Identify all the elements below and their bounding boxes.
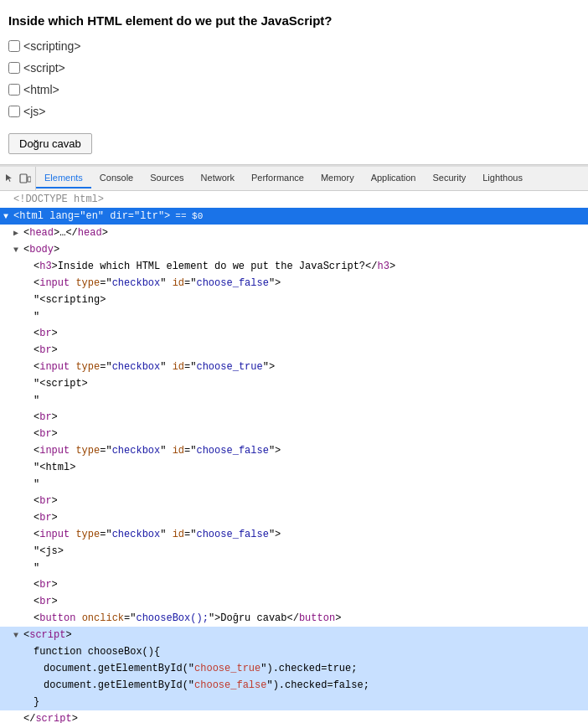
inspect-icon[interactable]	[3, 172, 17, 185]
get-true-line: document.getElementById("choose_true").c…	[0, 660, 588, 677]
tab-network[interactable]: Network	[193, 168, 243, 188]
checkbox-js[interactable]	[8, 106, 20, 117]
input-choose-false-3: <input type="checkbox" id="choose_false"…	[0, 526, 588, 543]
button-line: <button onclick="chooseBox();">Doğru cav…	[0, 610, 588, 627]
head-tag-line[interactable]: <head>…</head>	[0, 225, 588, 241]
body-open-line[interactable]: <body>	[0, 241, 588, 258]
triangle-head[interactable]	[13, 227, 23, 240]
svg-rect-0	[20, 174, 27, 183]
doctype-line: <!DOCTYPE html>	[0, 191, 588, 208]
br-4: <br>	[0, 426, 588, 442]
option-2: <script>	[8, 61, 580, 75]
text-scripting: "<scripting>	[0, 292, 588, 308]
quiz-section: Inside which HTML element do we put the …	[0, 0, 588, 165]
text-quote-2: "	[0, 392, 588, 409]
br-2: <br>	[0, 342, 588, 359]
input-choose-false-1: <input type="checkbox" id="choose_false"…	[0, 275, 588, 292]
br-1: <br>	[0, 325, 588, 342]
label-js: <js>	[23, 105, 45, 118]
get-false-line: document.getElementById("choose_false").…	[0, 677, 588, 694]
input-choose-false-2: <input type="checkbox" id="choose_false"…	[0, 442, 588, 459]
tab-console[interactable]: Console	[91, 168, 142, 188]
option-3: <html>	[8, 83, 580, 96]
script-close-line: </script>	[0, 710, 588, 723]
devtools-html-tree: <!DOCTYPE html> ​<html lang="en" dir="lt…	[0, 191, 588, 723]
devtools-icons	[0, 167, 36, 190]
text-script: "<script>	[0, 375, 588, 392]
checkbox-script[interactable]	[8, 62, 20, 74]
br-8: <br>	[0, 593, 588, 610]
tab-security[interactable]: Security	[424, 168, 474, 188]
svg-rect-1	[28, 177, 31, 182]
br-7: <br>	[0, 576, 588, 593]
quiz-title: Inside which HTML element do we put the …	[8, 13, 580, 28]
triangle-html[interactable]	[3, 210, 13, 223]
label-html: <html>	[23, 83, 59, 96]
tab-memory[interactable]: Memory	[312, 168, 363, 188]
triangle-script[interactable]	[13, 629, 23, 642]
br-5: <br>	[0, 493, 588, 509]
text-js: "<js>	[0, 543, 588, 560]
option-1: <scripting>	[8, 39, 580, 53]
html-tag-line[interactable]: ​<html lang="en" dir="ltr"> == $0	[0, 208, 588, 225]
checkbox-scripting[interactable]	[8, 40, 20, 52]
text-html: "<html>	[0, 459, 588, 476]
tab-elements[interactable]: Elements	[36, 168, 91, 188]
triangle-body[interactable]	[13, 244, 23, 256]
script-open-line[interactable]: <script>	[0, 627, 588, 643]
tab-application[interactable]: Application	[363, 168, 425, 188]
close-brace-line: }	[0, 694, 588, 710]
br-6: <br>	[0, 509, 588, 526]
tab-sources[interactable]: Sources	[142, 168, 192, 188]
text-quote-3: "	[0, 476, 588, 493]
br-3: <br>	[0, 409, 588, 426]
devtools-tab-bar: Elements Console Sources Network Perform…	[0, 167, 588, 191]
text-quote-1: "	[0, 308, 588, 325]
function-line: function chooseBox(){	[0, 643, 588, 660]
tab-lighthouse[interactable]: Lighthous	[474, 168, 531, 188]
tab-performance[interactable]: Performance	[243, 168, 312, 188]
submit-button[interactable]: Doğru cavab	[8, 133, 92, 154]
label-script: <script>	[23, 61, 65, 75]
checkbox-html[interactable]	[8, 84, 20, 96]
label-scripting: <scripting>	[23, 39, 80, 53]
text-quote-4: "	[0, 560, 588, 576]
h3-line: <h3>Inside which HTML element do we put …	[0, 258, 588, 275]
option-4: <js>	[8, 105, 580, 118]
devtools-panel: Elements Console Sources Network Perform…	[0, 165, 588, 723]
input-choose-true: <input type="checkbox" id="choose_true">	[0, 359, 588, 375]
device-icon[interactable]	[18, 172, 32, 185]
